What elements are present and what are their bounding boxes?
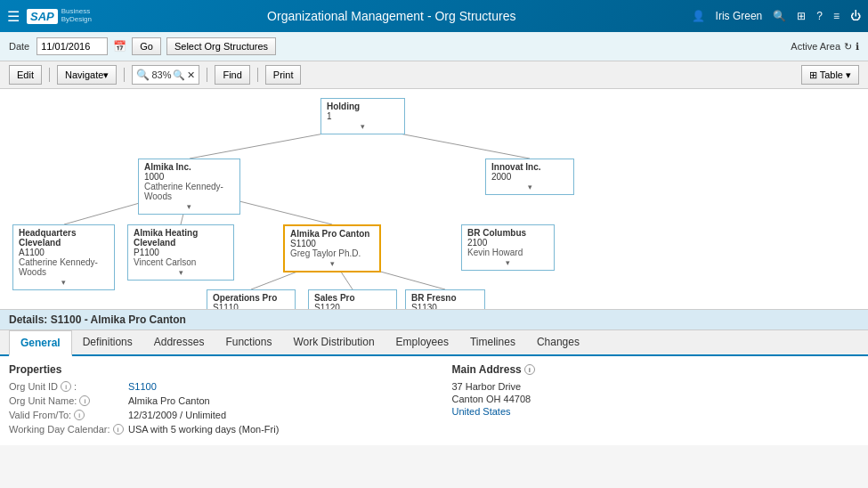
- valid-from-to-label: Valid From/To: i: [9, 410, 125, 420]
- main-address-title: Main Address i: [452, 363, 860, 376]
- org-nodes: Holding 1 ▾Almika Inc. 1000 Catherine Ke…: [0, 89, 868, 309]
- separator3: [207, 68, 207, 82]
- date-toolbar: Date 📅 Go Select Org Structures Active A…: [0, 32, 868, 61]
- node-id: 1000: [144, 172, 234, 182]
- search-icon[interactable]: 🔍: [773, 10, 786, 22]
- go-button[interactable]: Go: [132, 37, 161, 55]
- address-line2: Canton OH 44708: [452, 394, 860, 404]
- node-id: S1130: [411, 303, 479, 310]
- help-icon[interactable]: ?: [816, 10, 823, 22]
- zoom-out-btn[interactable]: ✕: [187, 69, 195, 81]
- org-node-almika-pro-canton[interactable]: Almika Pro Canton S1100 Greg Taylor Ph.D…: [283, 224, 381, 272]
- address-country: United States: [452, 406, 860, 417]
- active-area-label: Active Area: [791, 41, 840, 52]
- org-node-sales-pro[interactable]: Sales Pro S1120 Roberta Johnson ▾: [308, 289, 397, 310]
- tab-employees[interactable]: Employees: [385, 330, 459, 356]
- node-arrow: ▾: [467, 258, 548, 267]
- zoom-value: 83%: [151, 69, 171, 80]
- navigate-button[interactable]: Navigate▾: [57, 65, 117, 85]
- org-node-operations-pro[interactable]: Operations Pro S1110 Peter Sellers ▾: [207, 289, 296, 310]
- org-unit-id-value: S1100: [128, 381, 157, 392]
- info-icon[interactable]: ℹ: [856, 41, 859, 53]
- node-name: Operations Pro: [213, 293, 289, 303]
- print-button[interactable]: Print: [265, 65, 302, 85]
- node-person: Kevin Howard: [467, 248, 548, 257]
- details-title: Details: S1100 - Almika Pro Canton: [9, 313, 186, 326]
- select-org-button[interactable]: Select Org Structures: [166, 37, 276, 55]
- node-arrow: ▾: [19, 278, 109, 287]
- tab-changes[interactable]: Changes: [526, 330, 590, 356]
- hamburger-icon[interactable]: ☰: [7, 8, 20, 25]
- org-unit-name-info[interactable]: i: [79, 395, 90, 406]
- user-name[interactable]: Iris Green: [716, 10, 763, 22]
- tabs-bar: GeneralDefinitionsAddressesFunctionsWork…: [0, 330, 868, 356]
- org-node-almika-inc[interactable]: Almika Inc. 1000 Catherine Kennedy-Woods…: [138, 159, 240, 215]
- org-node-br-fresno[interactable]: BR Fresno S1130 ▾: [405, 289, 485, 310]
- org-node-holding[interactable]: Holding 1 ▾: [320, 98, 405, 134]
- menu-icon[interactable]: ≡: [833, 10, 840, 22]
- tab-general[interactable]: General: [9, 330, 72, 356]
- node-name: Almika Pro Canton: [290, 229, 374, 239]
- node-id: S1120: [314, 303, 391, 310]
- date-input[interactable]: [37, 37, 108, 55]
- node-person: Vincent Carlson: [134, 257, 228, 267]
- sap-logo-text: SAP: [27, 9, 58, 24]
- node-arrow: ▾: [144, 202, 234, 211]
- content-area: Properties Org Unit ID i : S1100 Org Uni…: [0, 356, 868, 445]
- separator2: [124, 68, 125, 82]
- org-node-hq-cleveland[interactable]: Headquarters Cleveland A1100 Catherine K…: [12, 224, 115, 290]
- sap-bydesign-text: Business ByDesign: [61, 8, 92, 24]
- node-arrow: ▾: [327, 122, 399, 131]
- refresh-icon[interactable]: ↻: [844, 41, 852, 53]
- org-node-innovat-inc[interactable]: Innovat Inc. 2000 ▾: [485, 159, 574, 195]
- table-button[interactable]: ⊞ Table ▾: [801, 65, 859, 85]
- valid-from-to-value: 12/31/2009 / Unlimited: [128, 410, 226, 420]
- tab-functions[interactable]: Functions: [215, 330, 282, 356]
- node-id: 2100: [467, 238, 548, 248]
- main-address-section: Main Address i 37 Harbor Drive Canton OH…: [452, 363, 860, 438]
- sap-logo: SAP Business ByDesign: [27, 8, 92, 24]
- node-person: Catherine Kennedy-Woods: [144, 182, 234, 201]
- date-label: Date: [9, 41, 29, 52]
- org-node-br-columbus[interactable]: BR Columbus 2100 Kevin Howard ▾: [461, 224, 555, 271]
- org-unit-id-label: Org Unit ID i :: [9, 381, 125, 392]
- main-address-info[interactable]: i: [524, 364, 535, 375]
- org-chart-area: Holding 1 ▾Almika Inc. 1000 Catherine Ke…: [0, 89, 868, 310]
- tab-definitions[interactable]: Definitions: [72, 330, 143, 356]
- zoom-in-btn[interactable]: 🔍: [173, 69, 185, 81]
- node-id: 2000: [491, 172, 568, 182]
- tab-addresses[interactable]: Addresses: [143, 330, 215, 356]
- working-day-value: USA with 5 working days (Mon-Fri): [128, 424, 279, 435]
- find-button[interactable]: Find: [215, 65, 249, 85]
- working-day-info[interactable]: i: [113, 424, 124, 435]
- power-icon[interactable]: ⏻: [850, 10, 861, 22]
- calendar-icon[interactable]: 📅: [113, 40, 126, 53]
- user-icon: 👤: [692, 10, 705, 22]
- page-title: Organizational Management - Org Structur…: [92, 9, 692, 23]
- org-unit-name-row: Org Unit Name: i Almika Pro Canton: [9, 395, 417, 406]
- properties-title: Properties: [9, 363, 417, 376]
- node-arrow: ▾: [290, 259, 374, 268]
- separator4: [257, 68, 258, 82]
- org-unit-name-label: Org Unit Name: i: [9, 395, 125, 406]
- edit-button[interactable]: Edit: [9, 65, 42, 85]
- node-name: Holding: [327, 102, 399, 111]
- node-name: Almika Inc.: [144, 162, 234, 172]
- node-person: Catherine Kennedy-Woods: [19, 257, 109, 277]
- node-id: 1: [327, 111, 399, 121]
- tab-work-distribution[interactable]: Work Distribution: [282, 330, 385, 356]
- node-id: A1100: [19, 248, 109, 257]
- node-name: BR Columbus: [467, 228, 548, 238]
- grid-icon[interactable]: ⊞: [797, 10, 806, 22]
- tab-timelines[interactable]: Timelines: [459, 330, 526, 356]
- zoom-in-icon[interactable]: 🔍: [136, 69, 150, 81]
- node-id: P1100: [134, 248, 228, 257]
- node-name: Almika Heating Cleveland: [134, 228, 228, 248]
- valid-from-to-info[interactable]: i: [74, 410, 85, 420]
- org-node-almika-heating[interactable]: Almika Heating Cleveland P1100 Vincent C…: [127, 224, 234, 281]
- org-unit-id-info[interactable]: i: [61, 381, 71, 392]
- zoom-area: 🔍 83% 🔍 ✕: [132, 65, 199, 85]
- valid-from-to-row: Valid From/To: i 12/31/2009 / Unlimited: [9, 410, 417, 420]
- separator1: [49, 68, 50, 82]
- node-name: Innovat Inc.: [491, 162, 568, 172]
